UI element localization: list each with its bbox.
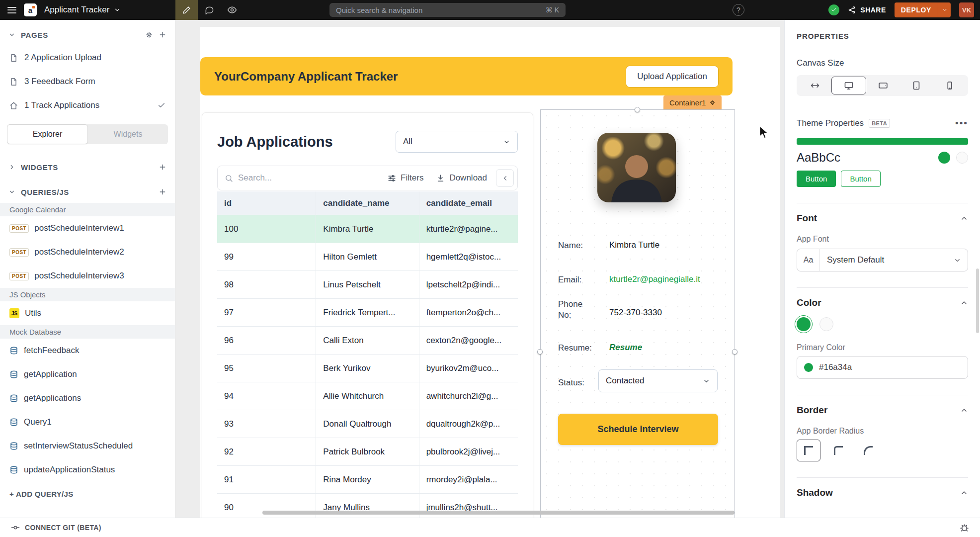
theme-primary-button-sample[interactable]: Button: [797, 171, 836, 187]
filters-button[interactable]: Filters: [388, 173, 423, 183]
app-name-menu[interactable]: Applicant Tracker: [44, 5, 121, 15]
sidebar-item-page-application-upload[interactable]: 2 Application Upload: [0, 46, 175, 70]
sidebar-item-page-feedback-form[interactable]: 3 Feeedback Form: [0, 70, 175, 93]
pages-header-label: PAGES: [21, 31, 140, 39]
resize-handle-top[interactable]: [635, 107, 640, 112]
radius-none-button[interactable]: [797, 440, 820, 461]
gear-icon[interactable]: [145, 31, 153, 39]
filters-label: Filters: [401, 173, 423, 183]
column-header-candidate-email[interactable]: candidate_email: [419, 191, 518, 215]
theme-options-button[interactable]: •••: [955, 118, 968, 129]
upload-application-button[interactable]: Upload Application: [626, 66, 719, 88]
collapse-panel-button[interactable]: [496, 169, 514, 187]
border-section-header[interactable]: Border: [797, 405, 968, 416]
download-button[interactable]: Download: [436, 173, 487, 183]
page-label: 3 Feeedback Form: [24, 77, 165, 87]
quick-search[interactable]: ⌘ K: [329, 3, 566, 17]
query-item-postScheduleInterview3[interactable]: POST postScheduleInterview3: [0, 264, 175, 288]
add-query-icon[interactable]: [159, 188, 166, 196]
table-row[interactable]: 99 Hilton Gemlett hgemlett2q@istoc...: [217, 243, 518, 271]
gear-icon[interactable]: [709, 99, 716, 106]
post-method-badge: POST: [9, 224, 29, 233]
panel-scrollbar[interactable]: [976, 268, 979, 333]
radius-large-button[interactable]: [856, 440, 880, 461]
tab-explorer[interactable]: Explorer: [7, 124, 88, 144]
resume-link[interactable]: Resume: [609, 343, 642, 353]
query-item-getApplication[interactable]: getApplication: [0, 362, 175, 386]
canvas-size-tablet-landscape-button[interactable]: [866, 77, 899, 94]
status-filter-select[interactable]: All: [396, 131, 518, 153]
table-row[interactable]: 92 Patrick Bulbrook pbulbrook2j@livej...: [217, 438, 518, 466]
schedule-interview-button[interactable]: Schedule Interview: [558, 414, 718, 445]
query-item-updateApplicationStatus[interactable]: updateApplicationStatus: [0, 458, 175, 482]
resize-handle-right[interactable]: [732, 349, 737, 355]
add-widget-icon[interactable]: [159, 163, 166, 171]
canvas-size-fluid-button[interactable]: [798, 77, 831, 94]
theme-color-swatch-light[interactable]: [956, 152, 968, 164]
job-applications-title: Job Applications: [217, 134, 333, 150]
deploy-button[interactable]: DEPLOY: [895, 2, 951, 17]
table-row[interactable]: 93 Donall Qualtrough dqualtrough2k@p...: [217, 410, 518, 438]
theme-color-swatch-green[interactable]: [938, 152, 950, 164]
share-button[interactable]: SHARE: [848, 6, 886, 14]
hamburger-menu-icon[interactable]: [7, 5, 16, 15]
table-search[interactable]: [225, 173, 375, 183]
canvas-size-mobile-button[interactable]: [933, 77, 967, 94]
color-section-header[interactable]: Color: [797, 297, 968, 308]
pages-section-header[interactable]: PAGES: [0, 24, 175, 46]
query-item-getApplications[interactable]: getApplications: [0, 386, 175, 410]
color-swatch-light[interactable]: [819, 317, 833, 331]
canvas-size-desktop-button[interactable]: [831, 77, 866, 94]
query-item-fetchFeedback[interactable]: fetchFeedback: [0, 339, 175, 362]
connect-git-label: CONNECT GIT (BETA): [25, 524, 101, 532]
table-row[interactable]: 95 Berk Yurikov byurikov2m@uco...: [217, 355, 518, 382]
edit-mode-button[interactable]: [175, 0, 198, 20]
js-object-item-utils[interactable]: JS Utils: [0, 301, 175, 325]
table-row[interactable]: 96 Calli Exton cexton2n@google...: [217, 327, 518, 355]
help-button[interactable]: ?: [733, 4, 744, 16]
chevron-down-icon: [942, 7, 948, 13]
add-page-icon[interactable]: [159, 31, 166, 39]
radius-medium-button[interactable]: [826, 440, 850, 461]
horizontal-scrollbar[interactable]: [262, 511, 735, 515]
canvas-size-tablet-button[interactable]: [899, 77, 933, 94]
connect-git-button[interactable]: CONNECT GIT (BETA): [11, 523, 101, 532]
user-avatar[interactable]: VK: [959, 2, 974, 17]
email-link[interactable]: kturtle2r@paginegialle.it: [609, 274, 700, 284]
app-font-select[interactable]: Aa System Default: [797, 249, 968, 271]
widgets-section-header[interactable]: WIDGETS: [0, 158, 175, 176]
resize-handle-left[interactable]: [537, 349, 543, 355]
primary-color-input[interactable]: #16a34a: [797, 356, 968, 379]
table-search-input[interactable]: [238, 173, 375, 183]
tab-widgets[interactable]: Widgets: [88, 124, 168, 144]
table-row[interactable]: 97 Friedrick Tempert... ftemperton2o@ch.…: [217, 299, 518, 327]
add-query-button[interactable]: + ADD QUERY/JS: [0, 485, 175, 503]
column-header-id[interactable]: id: [217, 191, 316, 215]
preview-mode-button[interactable]: [221, 0, 244, 20]
table-row[interactable]: 94 Allie Whitchurch awhitchurch2l@g...: [217, 382, 518, 410]
query-item-setInterviewStatusScheduled[interactable]: setInterviewStatusScheduled: [0, 434, 175, 458]
tablet-landscape-icon: [878, 81, 888, 90]
query-item-postScheduleInterview1[interactable]: POST postScheduleInterview1: [0, 216, 175, 240]
comment-mode-button[interactable]: [198, 0, 221, 20]
color-swatch-green-selected[interactable]: [797, 317, 811, 331]
debug-button[interactable]: [960, 523, 969, 533]
quick-search-input[interactable]: [336, 6, 542, 14]
query-item-query1[interactable]: Query1: [0, 410, 175, 434]
shadow-section-header[interactable]: Shadow: [797, 487, 968, 498]
query-label: Utils: [25, 308, 41, 318]
deploy-options-button[interactable]: [938, 2, 951, 17]
container1-widget-tag[interactable]: Container1: [663, 95, 722, 109]
container1-widget[interactable]: Name: Kimbra Turtle Email: kturtle2r@pag…: [540, 109, 735, 518]
theme-secondary-button-sample[interactable]: Button: [841, 171, 880, 187]
column-header-candidate-name[interactable]: candidate_name: [316, 191, 419, 215]
status-select[interactable]: Contacted: [598, 369, 718, 392]
table-row[interactable]: 91 Rina Mordey rmordey2i@plala...: [217, 466, 518, 494]
table-row[interactable]: 98 Linus Petschelt lpetschelt2p@indi...: [217, 271, 518, 299]
sidebar-item-page-track-applications[interactable]: 1 Track Applications: [0, 93, 175, 117]
font-section-header[interactable]: Font: [797, 213, 968, 224]
queries-section-header[interactable]: QUERIES/JS: [0, 183, 175, 201]
app-header-banner[interactable]: YourCompany Applicant Tracker Upload App…: [200, 57, 733, 95]
query-item-postScheduleInterview2[interactable]: POST postScheduleInterview2: [0, 240, 175, 264]
table-row[interactable]: 100 Kimbra Turtle kturtle2r@pagine...: [217, 215, 518, 243]
